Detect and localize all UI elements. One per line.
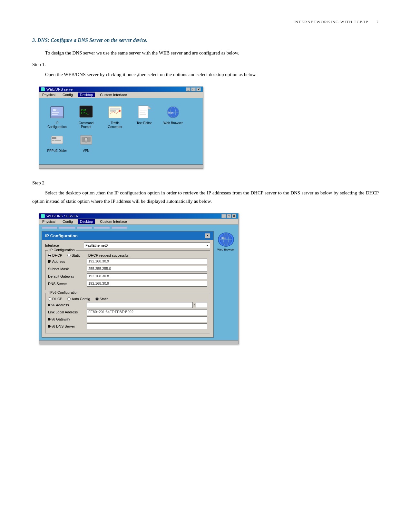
link-local-label: Link Local Address	[48, 310, 87, 314]
static-label: Static	[72, 253, 81, 257]
ipv6-static-radio-item[interactable]: Static	[95, 297, 109, 301]
section-number: 3	[32, 37, 35, 43]
svg-rect-27	[58, 140, 61, 141]
traffic-icon-label: TrafficGenerator	[108, 121, 122, 129]
win1-tab-config[interactable]: Config	[61, 93, 75, 97]
vpn-icon-label: VPN	[83, 149, 90, 153]
svg-point-30	[84, 138, 88, 141]
icon-command-prompt[interactable]: run C:\>_ CommandPrompt	[73, 104, 99, 129]
ip-config-title: IP Configuration	[45, 233, 78, 238]
dns-server-row: DNS Server 192.168.30.9	[48, 281, 207, 287]
subnet-mask-value[interactable]: 255.255.255.0	[87, 266, 207, 272]
header-title: INTERNETWORKING WITH TCP/IP	[293, 19, 368, 24]
win2-menubar: Physical Config Desktop Custom Interface	[39, 219, 238, 225]
page: INTERNETWORKING WITH TCP/IP 7 3. DNS: Co…	[0, 0, 411, 532]
ipv6-autoconfig-radio-item[interactable]: Auto Config	[67, 297, 90, 301]
dns-server-label: DNS Server	[48, 282, 87, 286]
win1-tab-physical[interactable]: Physical	[40, 93, 57, 97]
ip-config-svg: 105	[50, 105, 64, 119]
win1-close[interactable]: ✕	[196, 87, 201, 91]
vpn-icon-img	[78, 132, 94, 148]
icon-traffic-generator[interactable]: TrafficGenerator	[102, 104, 128, 129]
win1-taskbar	[39, 164, 203, 168]
win2-content: IP Configuration ✕ Interface FastEtherne…	[39, 229, 238, 340]
http-globe-icon[interactable]: http:	[218, 232, 234, 247]
win1-controls[interactable]: _ □ ✕	[186, 87, 201, 91]
default-gateway-value[interactable]: 192.168.30.8	[87, 273, 207, 279]
win1-maximize[interactable]: □	[191, 87, 196, 91]
traffic-svg	[108, 105, 122, 119]
tab-spacer5	[111, 227, 127, 229]
ipv6-radio-row: DHCP Auto Config Static	[48, 297, 207, 301]
link-local-value[interactable]: FE80::201:64FF:FEBE:B992	[87, 309, 207, 315]
tab-spacer2	[59, 227, 75, 229]
ipv6-dhcp-radio-item[interactable]: DHCP	[48, 297, 62, 301]
win2-tab-config[interactable]: Config	[61, 219, 75, 224]
ipv6-static-radio[interactable]	[95, 297, 99, 300]
win1-window: WEB/DNS server _ □ ✕ Physical Config Des…	[39, 86, 203, 169]
win2-tab-desktop[interactable]: Desktop	[78, 219, 95, 224]
side-web-browser: http: Web Browser	[216, 231, 236, 338]
static-radio-item[interactable]: Static	[67, 253, 81, 257]
svg-rect-25	[52, 140, 54, 141]
icon-web-browser[interactable]: http: Web Browser	[160, 104, 186, 129]
text-icon-img	[136, 104, 152, 120]
icon-pppoe-dialer[interactable]: PPPoE Dialer	[44, 132, 70, 153]
win2-maximize[interactable]: □	[227, 214, 231, 218]
win1-desktop-icons: 105 IPConfiguration run	[42, 103, 200, 155]
dhcp-radio[interactable]	[48, 254, 51, 257]
svg-rect-24	[52, 137, 56, 139]
interface-select[interactable]: FastEthernet0 ▼	[84, 242, 210, 248]
ip-config-dialog: IP Configuration ✕ Interface FastEtherne…	[42, 231, 214, 338]
ip-section-legend: IP Configuration	[48, 248, 76, 252]
ip-config-close-btn[interactable]: ✕	[205, 233, 210, 238]
ipv6-autoconfig-radio[interactable]	[67, 297, 71, 300]
link-local-row: Link Local Address FE80::201:64FF:FEBE:B…	[48, 309, 207, 315]
web-icon-label: Web Browser	[163, 121, 183, 125]
win1-tab-custom[interactable]: Custom Interface	[98, 93, 129, 97]
tab-spacer1	[42, 227, 58, 229]
svg-text:run: run	[81, 108, 86, 112]
svg-rect-9	[110, 108, 120, 110]
section-title: 3. DNS: Configure a DNS Server on the se…	[32, 37, 379, 43]
ipv6-address-row: IPv6 Address /	[48, 302, 207, 308]
ipv6-gateway-value[interactable]	[87, 316, 207, 322]
ipv6-legend: IPv6 Configuration	[48, 291, 80, 294]
interface-row: Interface FastEthernet0 ▼	[45, 242, 210, 248]
win2-tab-custom[interactable]: Custom Interface	[98, 219, 129, 224]
ipv6-dns-value[interactable]	[87, 323, 207, 329]
win1-minimize[interactable]: _	[186, 87, 191, 91]
dhcp-label: DHCP	[52, 253, 62, 257]
ipv6-address-value[interactable]	[87, 302, 193, 308]
ip-address-value[interactable]: 192.168.30.9	[87, 259, 207, 264]
svg-rect-3	[52, 112, 59, 113]
ipv6-prefix-value[interactable]	[196, 302, 207, 308]
win2-controls[interactable]: _ □ ✕	[221, 214, 236, 218]
ipv6-dns-label: IPv6 DNS Server	[48, 324, 87, 328]
ip-config-header: IP Configuration ✕	[42, 232, 213, 240]
win1-tab-desktop[interactable]: Desktop	[78, 93, 95, 97]
ipv6-slash: /	[194, 303, 195, 307]
win2-title-left: WEB/DNS SERVER	[41, 214, 78, 218]
web-svg: http:	[166, 105, 180, 119]
tab-spacer3	[76, 227, 93, 229]
win2-close[interactable]: ✕	[232, 214, 236, 218]
ipv6-dhcp-radio[interactable]	[48, 297, 51, 300]
icon-vpn[interactable]: VPN	[73, 132, 99, 153]
page-header: INTERNETWORKING WITH TCP/IP 7	[32, 19, 379, 25]
icon-text-editor[interactable]: Text Editor	[131, 104, 157, 129]
win2-minimize[interactable]: _	[221, 214, 226, 218]
dns-server-value[interactable]: 192.168.30.9	[87, 281, 207, 287]
win2-tab-physical[interactable]: Physical	[40, 219, 57, 224]
subnet-mask-row: Subnet Mask 255.255.255.0	[48, 266, 207, 272]
static-radio[interactable]	[67, 254, 71, 257]
icon-ip-configuration[interactable]: 105 IPConfiguration	[44, 104, 70, 129]
dhcp-radio-item[interactable]: DHCP	[48, 253, 62, 257]
dhcp-message: DHCP request successful.	[88, 253, 130, 257]
default-gateway-label: Default Gateway	[48, 274, 87, 278]
ip-section: IP Configuration DHCP Static	[45, 250, 210, 290]
ipv6-static-label: Static	[100, 297, 109, 301]
subnet-mask-label: Subnet Mask	[48, 267, 87, 271]
win2-titlebar: WEB/DNS SERVER _ □ ✕	[39, 213, 238, 219]
ipv6-autoconfig-label: Auto Config	[72, 297, 90, 301]
